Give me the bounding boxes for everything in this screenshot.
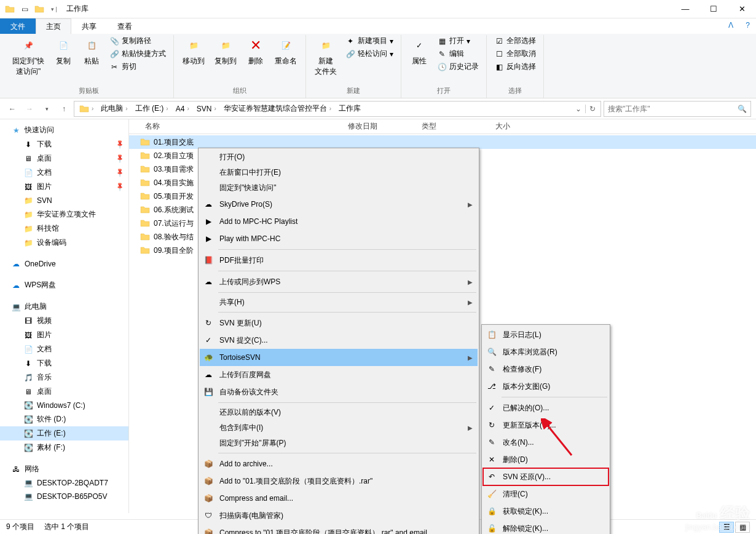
sidebar-onedrive[interactable]: ☁OneDrive bbox=[0, 257, 128, 271]
menu-item[interactable]: 🔍版本库浏览器(R) bbox=[483, 343, 608, 361]
edit-button[interactable]: ✎编辑 bbox=[435, 48, 481, 60]
easy-access-button[interactable]: 🔗轻松访问 ▾ bbox=[343, 48, 396, 60]
menu-item[interactable]: ☁上传或同步到WPS▶ bbox=[200, 273, 478, 290]
sidebar-item[interactable]: 📁科技馆 bbox=[0, 221, 128, 236]
col-size[interactable]: 大小 bbox=[490, 121, 540, 132]
menu-item[interactable]: ⎇版本分支图(G) bbox=[483, 378, 608, 395]
ribbon-collapse-icon[interactable]: ᐱ bbox=[722, 18, 739, 34]
menu-item[interactable]: ✎改名(N)... bbox=[483, 434, 608, 451]
menu-item[interactable]: ✕删除(D) bbox=[483, 451, 608, 468]
history-button[interactable]: 🕓历史记录 bbox=[435, 61, 481, 73]
menu-item[interactable]: 包含到库中(I)▶ bbox=[200, 420, 478, 436]
qat-prop-icon[interactable]: ▭ bbox=[19, 4, 30, 15]
sidebar-item[interactable]: 📄文档 bbox=[0, 342, 128, 356]
col-type[interactable]: 类型 bbox=[417, 121, 490, 132]
paste-shortcut-button[interactable]: 🔗粘贴快捷方式 bbox=[107, 48, 168, 60]
search-box[interactable]: 🔍 bbox=[604, 101, 751, 117]
menu-item[interactable]: ✓SVN 提交(C)... bbox=[200, 332, 478, 349]
sidebar-item[interactable]: 💽Windows7 (C:) bbox=[0, 399, 128, 412]
sidebar-item[interactable]: 💽素材 (F:) bbox=[0, 440, 128, 455]
col-name[interactable]: 名称 bbox=[140, 121, 343, 132]
properties-button[interactable]: ✓属性 bbox=[406, 35, 432, 68]
new-folder-button[interactable]: 📁新建 文件夹 bbox=[311, 35, 341, 78]
up-button[interactable]: ↑ bbox=[57, 102, 71, 116]
menu-item[interactable]: ↻SVN 更新(U) bbox=[200, 314, 478, 332]
menu-item[interactable]: 固定到"开始"屏幕(P) bbox=[200, 436, 478, 451]
menu-item[interactable]: ✎检查修改(F) bbox=[483, 361, 608, 378]
menu-item[interactable]: 🛡扫描病毒(电脑管家) bbox=[200, 507, 478, 524]
menu-item[interactable]: ☁上传到百度网盘 bbox=[200, 366, 478, 383]
bc-project[interactable]: 华安证券智慧建筑综合管控平台› bbox=[220, 102, 335, 116]
file-row[interactable]: 01.项目交底 bbox=[129, 135, 756, 149]
details-view-button[interactable]: ☰ bbox=[719, 522, 734, 533]
menu-item[interactable]: 📦Compress to "01.项目交底阶段（项目交底资料）.rar" and… bbox=[200, 524, 478, 534]
menu-item[interactable]: ▶Play with MPC-HC bbox=[200, 230, 478, 247]
menu-item[interactable]: ↶SVN 还原(V)... bbox=[483, 468, 608, 485]
copy-button[interactable]: 📄复制 bbox=[50, 35, 76, 68]
sidebar-item[interactable]: 🖼图片📌 bbox=[0, 180, 128, 194]
invert-selection-button[interactable]: ◧反向选择 bbox=[492, 61, 538, 73]
forward-button[interactable]: → bbox=[22, 102, 37, 116]
menu-item[interactable]: 📦Add to archive... bbox=[200, 455, 478, 472]
sidebar-item[interactable]: ⬇下载 bbox=[0, 356, 128, 370]
move-to-button[interactable]: 📁移动到 bbox=[179, 35, 208, 68]
sidebar-item[interactable]: 📁华安证券立项文件 bbox=[0, 207, 128, 221]
bc-drive[interactable]: 工作 (E:)› bbox=[132, 102, 172, 116]
tab-file[interactable]: 文件 bbox=[0, 18, 36, 34]
menu-item[interactable]: 在新窗口中打开(E) bbox=[200, 165, 478, 180]
select-all-button[interactable]: ☑全部选择 bbox=[492, 35, 538, 47]
open-button[interactable]: ▦打开 ▾ bbox=[435, 35, 481, 47]
bc-thispc[interactable]: 此电脑› bbox=[97, 102, 131, 116]
qat-folder-icon[interactable] bbox=[34, 4, 45, 15]
sidebar-item[interactable]: 💽软件 (D:) bbox=[0, 412, 128, 426]
sidebar-item[interactable]: 🎞视频 bbox=[0, 314, 128, 328]
menu-item[interactable]: 🐢TortoiseSVN▶ bbox=[200, 349, 478, 366]
menu-item[interactable]: 共享(H)▶ bbox=[200, 295, 478, 310]
menu-item[interactable]: 📦Add to "01.项目交底阶段（项目交底资料）.rar" bbox=[200, 472, 478, 490]
help-icon[interactable]: ? bbox=[739, 18, 756, 34]
col-date[interactable]: 修改日期 bbox=[343, 121, 417, 132]
sidebar-item[interactable]: 🖥桌面📌 bbox=[0, 151, 128, 165]
new-item-button[interactable]: ✦新建项目 ▾ bbox=[343, 35, 396, 47]
icons-view-button[interactable]: ▦ bbox=[735, 522, 750, 533]
paste-button[interactable]: 📋粘贴 bbox=[79, 35, 104, 68]
tab-share[interactable]: 共享 bbox=[71, 18, 107, 34]
refresh-icon[interactable]: ↻ bbox=[585, 105, 599, 113]
bc-dropdown-icon[interactable]: ⌄ bbox=[572, 105, 585, 113]
search-input[interactable] bbox=[608, 105, 738, 113]
tab-home[interactable]: 主页 bbox=[36, 18, 71, 34]
sidebar-item[interactable]: 💽工作 (E:) bbox=[0, 426, 128, 440]
sidebar-quick-access[interactable]: ★快速访问 bbox=[0, 123, 128, 137]
menu-item[interactable]: 还原以前的版本(V) bbox=[200, 405, 478, 420]
select-none-button[interactable]: ☐全部取消 bbox=[492, 48, 538, 60]
sidebar-item[interactable]: 💻DESKTOP-2BQADT7 bbox=[0, 476, 128, 490]
menu-item[interactable]: ▶Add to MPC-HC Playlist bbox=[200, 213, 478, 230]
menu-item[interactable]: 📦Compress and email... bbox=[200, 490, 478, 507]
menu-item[interactable]: 📋显示日志(L) bbox=[483, 326, 608, 343]
sidebar-item[interactable]: 💻DESKTOP-B65PO5V bbox=[0, 490, 128, 503]
sidebar-item[interactable]: 🖼图片 bbox=[0, 328, 128, 342]
menu-item[interactable]: 🔒获取锁定(K)... bbox=[483, 503, 608, 520]
bc-svn[interactable]: SVN› bbox=[193, 102, 220, 116]
search-icon[interactable]: 🔍 bbox=[738, 105, 747, 113]
copy-path-button[interactable]: 📎复制路径 bbox=[107, 35, 168, 47]
menu-item[interactable]: 打开(O) bbox=[200, 149, 478, 165]
sidebar-item[interactable]: 🎵音乐 bbox=[0, 370, 128, 385]
bc-a4[interactable]: A4› bbox=[172, 102, 193, 116]
sidebar-network[interactable]: 🖧网络 bbox=[0, 462, 128, 476]
sidebar-item[interactable]: 🖥桌面 bbox=[0, 385, 128, 399]
sidebar-item[interactable]: ⬇下载📌 bbox=[0, 137, 128, 151]
sidebar-item[interactable]: 📁SVN bbox=[0, 194, 128, 207]
recent-dropdown[interactable]: ▾ bbox=[39, 102, 54, 116]
rename-button[interactable]: 📝重命名 bbox=[271, 35, 301, 68]
qat-dropdown-icon[interactable]: ▾ | bbox=[49, 4, 60, 15]
copy-to-button[interactable]: 📁复制到 bbox=[211, 35, 240, 68]
menu-item[interactable]: ✓已解决的(O)... bbox=[483, 399, 608, 416]
menu-item[interactable]: ☁SkyDrive Pro(S)▶ bbox=[200, 196, 478, 213]
maximize-button[interactable]: ☐ bbox=[699, 1, 728, 18]
menu-item[interactable]: 📕PDF批量打印 bbox=[200, 252, 478, 269]
breadcrumb[interactable]: › 此电脑› 工作 (E:)› A4› SVN› 华安证券智慧建筑综合管控平台›… bbox=[74, 101, 601, 117]
menu-item[interactable]: ↻更新至版本(U)... bbox=[483, 416, 608, 434]
menu-item[interactable]: 💾自动备份该文件夹 bbox=[200, 383, 478, 400]
delete-button[interactable]: ✕删除 bbox=[243, 35, 269, 68]
